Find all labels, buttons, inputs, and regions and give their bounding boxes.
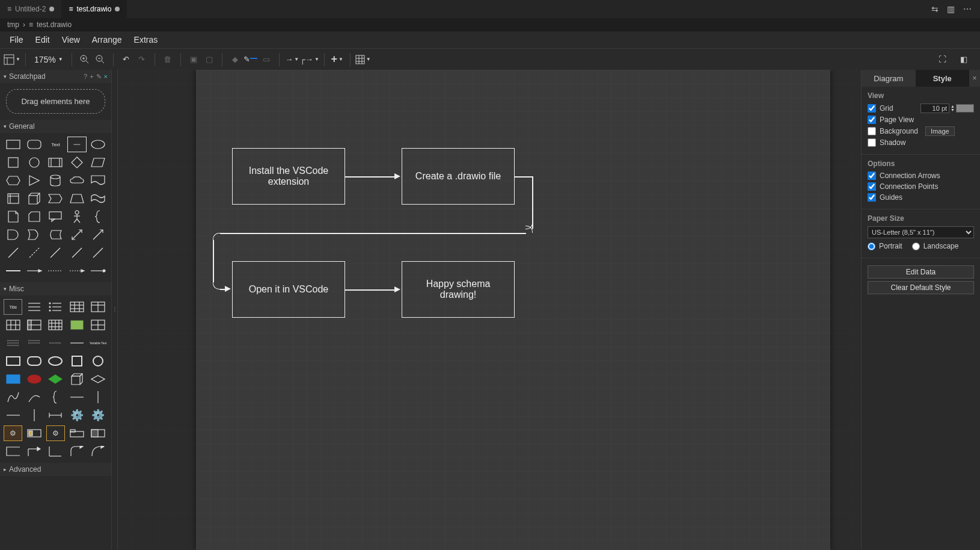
canvas-paper[interactable]: Install the VSCode extension Create a .d… — [196, 70, 830, 550]
shape-callout[interactable] — [46, 209, 65, 224]
shape-connector-1[interactable] — [4, 263, 22, 279]
menu-file[interactable]: File — [4, 32, 29, 47]
shape-thick-rect[interactable] — [4, 353, 22, 369]
shape-wire-cube[interactable] — [67, 371, 86, 387]
shape-cloud[interactable] — [67, 173, 86, 188]
table-icon[interactable]: ▼ — [355, 52, 371, 67]
editor-tab-untitled[interactable]: ≡ Untitled-2 — [0, 0, 61, 18]
format-panel-toggle-icon[interactable]: ◧ — [956, 52, 972, 67]
shape-thick-circle[interactable] — [89, 353, 108, 369]
shape-connector-2[interactable] — [25, 263, 43, 279]
shape-document[interactable] — [89, 173, 108, 188]
diagram-node-1[interactable]: Install the VSCode extension — [232, 148, 345, 205]
shape-hline2[interactable] — [4, 407, 22, 423]
shape-parallelogram[interactable] — [89, 155, 108, 170]
waypoint-style-icon[interactable]: ┌→▼ — [300, 52, 319, 67]
line-color-icon[interactable]: ✎ — [243, 52, 259, 67]
shape-tape[interactable] — [89, 191, 108, 206]
shape-datastore[interactable] — [46, 227, 65, 243]
shape-connector-3[interactable] — [46, 263, 65, 279]
diagram-edge[interactable] — [532, 176, 533, 229]
shape-blue-rect[interactable] — [4, 371, 22, 387]
shape-dash-block[interactable] — [4, 335, 22, 351]
grid-size-down[interactable]: ▼ — [951, 108, 955, 112]
shape-list1[interactable] — [25, 299, 43, 315]
insert-icon[interactable]: +▼ — [329, 52, 345, 67]
shape-half-box[interactable] — [89, 425, 108, 441]
shape-square[interactable] — [4, 155, 22, 170]
diagram-node-4[interactable]: Happy schema drawing! — [402, 261, 515, 318]
scratchpad-close-icon[interactable]: × — [104, 73, 108, 81]
shape-curly[interactable] — [89, 209, 108, 224]
scratchpad-add-icon[interactable]: + — [90, 73, 93, 81]
shape-red-ellipse[interactable] — [25, 371, 43, 387]
shape-gear-box2[interactable]: ⚙ — [46, 425, 65, 441]
shape-highlight[interactable] — [67, 317, 86, 333]
diagram-node-2[interactable]: Create a .drawio file — [402, 148, 515, 205]
menu-view[interactable]: View — [56, 32, 86, 47]
shape-gear-box[interactable]: ⚙ — [4, 425, 22, 441]
shape-internal-storage[interactable] — [4, 191, 22, 206]
shape-table2[interactable] — [89, 299, 108, 315]
split-editor-icon[interactable]: ▥ — [947, 4, 955, 14]
diagram-edge[interactable] — [345, 176, 396, 178]
background-image-button[interactable]: Image — [925, 126, 955, 136]
landscape-radio[interactable] — [912, 243, 920, 250]
shape-var-text[interactable]: Variable Text — [89, 335, 108, 351]
shape-card[interactable] — [25, 209, 43, 224]
shape-grid1[interactable] — [4, 317, 22, 333]
diagram-node-3[interactable]: Open it in VSCode — [232, 261, 345, 318]
grid-size-input[interactable] — [920, 104, 949, 113]
page-view-checkbox[interactable] — [868, 116, 876, 124]
diagram-edge[interactable] — [213, 240, 214, 282]
shape-actor[interactable] — [67, 209, 86, 224]
breadcrumb-segment[interactable]: tmp — [7, 20, 19, 29]
shape-vline[interactable] — [89, 389, 108, 405]
tab-diagram[interactable]: Diagram — [862, 70, 916, 87]
scratchpad-header[interactable]: ▾ Scratchpad ? + ✎ × — [0, 70, 111, 83]
shape-cube[interactable] — [25, 191, 43, 206]
shape-dashed-line[interactable] — [25, 245, 43, 261]
diagram-edge[interactable] — [345, 289, 396, 291]
tab-style[interactable]: Style — [916, 70, 970, 87]
shape-line4[interactable] — [89, 245, 108, 261]
shape-diamond[interactable] — [67, 155, 86, 170]
shadow-icon[interactable]: ▭ — [259, 52, 274, 67]
shape-bracket-l[interactable] — [4, 443, 22, 459]
shape-gear2[interactable]: ⚙️ — [89, 407, 108, 423]
shape-tab-box[interactable] — [67, 425, 86, 441]
shape-curve[interactable] — [25, 389, 43, 405]
shape-vline2[interactable] — [25, 407, 43, 423]
canvas[interactable]: Install the VSCode extension Create a .d… — [118, 70, 861, 550]
zoom-dropdown[interactable]: 175%▼ — [31, 55, 67, 64]
clear-default-style-button[interactable]: Clear Default Style — [868, 281, 974, 294]
shape-gear1[interactable]: ⚙️ — [67, 407, 86, 423]
shape-rounded-rect[interactable] — [25, 137, 43, 152]
shape-circle[interactable] — [25, 155, 43, 170]
shape-or[interactable] — [25, 227, 43, 243]
shape-hexagon[interactable] — [4, 173, 22, 188]
shape-corner[interactable] — [46, 443, 65, 459]
fullscreen-icon[interactable]: ⛶ — [934, 52, 950, 67]
compare-icon[interactable]: ⇆ — [931, 4, 939, 14]
connection-style-icon[interactable]: →▼ — [284, 52, 300, 67]
panel-collapse-handle[interactable]: ⦙ — [112, 70, 118, 550]
shape-hline[interactable] — [67, 389, 86, 405]
view-mode-icon[interactable]: ▼ — [4, 52, 20, 67]
edit-data-button[interactable]: Edit Data — [868, 265, 974, 279]
menu-edit[interactable]: Edit — [29, 32, 56, 47]
portrait-radio[interactable] — [868, 243, 875, 250]
shape-brace[interactable] — [46, 389, 65, 405]
connection-points-checkbox[interactable] — [868, 182, 876, 191]
shape-rect[interactable] — [4, 137, 22, 152]
connection-arrows-checkbox[interactable] — [868, 171, 876, 180]
shape-line2[interactable] — [46, 245, 65, 261]
shape-bidirectional-arrow[interactable] — [67, 227, 86, 243]
misc-shapes-header[interactable]: ▾ Misc — [0, 282, 111, 295]
shape-table1[interactable] — [67, 299, 86, 315]
shape-hr[interactable] — [67, 335, 86, 351]
shape-process[interactable] — [46, 155, 65, 170]
fill-color-icon[interactable]: ◆ — [227, 52, 243, 67]
scratchpad-help-icon[interactable]: ? — [84, 73, 87, 81]
shape-line3[interactable] — [67, 245, 86, 261]
